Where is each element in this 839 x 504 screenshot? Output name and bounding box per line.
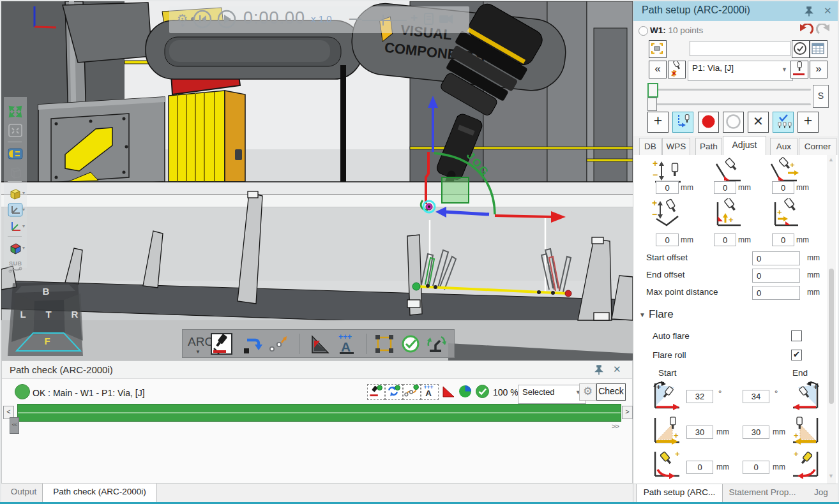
speed-minus-icon[interactable]: — (349, 11, 361, 26)
error-triangle-icon[interactable] (441, 385, 456, 398)
max-point-distance-input[interactable] (752, 286, 800, 300)
tab-statement-properties[interactable]: Statement Prop... (723, 484, 802, 504)
fit-selected-icon[interactable] (7, 124, 24, 138)
speed-slider-handle[interactable] (382, 15, 384, 26)
flare-end-length-input[interactable] (743, 426, 769, 439)
adjust-value-1[interactable] (656, 181, 679, 194)
view-cube[interactable]: B L T R F (5, 276, 89, 359)
auto-flare-checkbox[interactable] (791, 330, 802, 341)
flare-end-angle-input[interactable] (743, 390, 769, 403)
torch-to-point-button[interactable] (790, 61, 808, 78)
close-icon[interactable]: ✕ (824, 5, 832, 17)
add-point-before-button[interactable]: + (647, 112, 669, 133)
check-button[interactable]: Check (596, 383, 626, 401)
arc-annotate-icon[interactable]: +++ A (336, 333, 358, 355)
chevron-down-icon[interactable]: ▾ (22, 223, 25, 229)
touchup-point-button[interactable] (672, 112, 693, 133)
tab-path-setup[interactable]: Path setup (ARC... (636, 484, 723, 504)
flare-end-extra-input[interactable] (743, 461, 769, 474)
path-slider[interactable] (650, 89, 811, 91)
toggle-show-errors-button[interactable] (367, 384, 385, 400)
flare-start-length-input[interactable] (686, 426, 713, 439)
add-point-after-button[interactable]: + (797, 112, 819, 133)
progress-end-marker[interactable]: >> (612, 422, 619, 430)
pie-chart-icon[interactable] (458, 385, 472, 398)
speed-plus-icon[interactable]: + (411, 11, 418, 25)
ok-check-icon[interactable] (475, 385, 490, 398)
sub-curve-icon[interactable] (7, 267, 24, 273)
pin-icon[interactable] (594, 365, 603, 375)
record-stop-button[interactable] (723, 112, 744, 133)
close-icon[interactable]: ✕ (613, 364, 621, 375)
flare-collapse-icon[interactable]: ▼ (639, 311, 646, 318)
slider-s-button[interactable]: S (813, 85, 829, 108)
path-check-header[interactable]: Path check (ARC-2000i) ✕ (2, 361, 632, 379)
next-point-button[interactable]: » (810, 61, 828, 78)
statement-name-input[interactable] (690, 41, 790, 56)
chevron-down-icon[interactable]: ▾ (22, 245, 25, 251)
snap-cube-icon[interactable] (7, 186, 24, 200)
wireframe-cube-icon[interactable] (7, 165, 24, 179)
adjust-value-3[interactable] (772, 181, 794, 194)
end-offset-input[interactable] (752, 269, 800, 283)
chevron-down-icon[interactable]: ▼ (195, 349, 200, 355)
render-mode-icon[interactable] (7, 147, 24, 161)
torch-spark-button[interactable] (668, 61, 686, 78)
viewcube-right[interactable]: R (72, 309, 79, 320)
check-progress-bar[interactable] (17, 404, 621, 422)
viewcube-back[interactable]: B (43, 286, 50, 297)
speed-slider[interactable] (362, 20, 407, 21)
delete-point-button[interactable]: ✕ (748, 112, 769, 133)
arc-swap-icon[interactable] (241, 333, 263, 355)
scroll-up-icon[interactable]: ▲ (828, 156, 834, 163)
arc-validate-icon[interactable] (400, 333, 421, 355)
statement-table-button[interactable] (810, 40, 828, 58)
tab-path-check[interactable]: Path check (ARC-2000i) (42, 484, 157, 504)
report-icon[interactable] (423, 13, 435, 26)
flare-start-angle-input[interactable] (686, 390, 713, 403)
tab-output[interactable]: Output (5, 484, 43, 503)
fit-view-icon[interactable] (7, 105, 24, 119)
prev-point-button[interactable]: « (649, 61, 667, 78)
rgb-cube-icon[interactable] (7, 241, 24, 255)
scrollbar-thumb[interactable] (829, 269, 834, 404)
sub-routine-label[interactable]: SUB (9, 260, 22, 267)
check-scope-select[interactable]: Selected ▼ (518, 385, 586, 404)
weld-radio[interactable] (639, 26, 648, 36)
progress-next-button[interactable]: > (622, 406, 633, 419)
skip-start-button[interactable] (192, 9, 213, 29)
arc-touchup-tool-icon[interactable] (211, 333, 232, 355)
adjust-value-5[interactable] (714, 233, 736, 246)
progress-slider-handle[interactable]: << (10, 417, 19, 434)
adjust-value-4[interactable] (656, 233, 679, 246)
flare-roll-checkbox[interactable]: ✔ (791, 350, 802, 360)
chevron-down-icon[interactable]: ▾ (22, 207, 25, 212)
undo-icon[interactable] (798, 24, 813, 38)
record-video-icon[interactable] (439, 14, 454, 26)
adjust-value-6[interactable] (772, 233, 794, 246)
play-button[interactable] (216, 9, 237, 29)
adjust-value-2[interactable] (714, 181, 736, 194)
arc-robot-tools-icon[interactable] (425, 333, 447, 355)
tab-jog[interactable]: Jog (808, 484, 834, 504)
settings-chevron-icon[interactable]: ▼ (180, 23, 185, 29)
panel-scrollbar[interactable]: ▲ ▼ (827, 155, 836, 484)
apply-check-button[interactable] (792, 40, 810, 58)
viewcube-top[interactable]: T (45, 309, 51, 320)
scroll-down-icon[interactable]: ▼ (828, 473, 834, 479)
move-frame-icon[interactable] (7, 203, 24, 217)
flare-start-extra-input[interactable] (686, 461, 713, 474)
path-setup-header[interactable]: Path setup (ARC-2000i) ✕ (633, 1, 838, 21)
toggle-cycle-button[interactable] (385, 384, 403, 400)
viewport-3d[interactable]: VISUAL COMPONENTS (1, 1, 633, 360)
chevron-down-icon[interactable]: ▾ (22, 190, 25, 196)
jog-target-button[interactable] (649, 40, 667, 58)
pin-icon[interactable] (805, 6, 813, 17)
point-select[interactable]: P1: Via, [J] ▼ (688, 61, 793, 81)
arc-weld-section-icon[interactable] (308, 333, 330, 355)
viewcube-front[interactable]: F (44, 336, 50, 346)
arc-path-points-icon[interactable] (268, 333, 290, 355)
point-slider-handle[interactable] (647, 98, 657, 111)
arc-select-region-icon[interactable] (374, 333, 395, 355)
path-slider-handle[interactable] (647, 83, 658, 98)
